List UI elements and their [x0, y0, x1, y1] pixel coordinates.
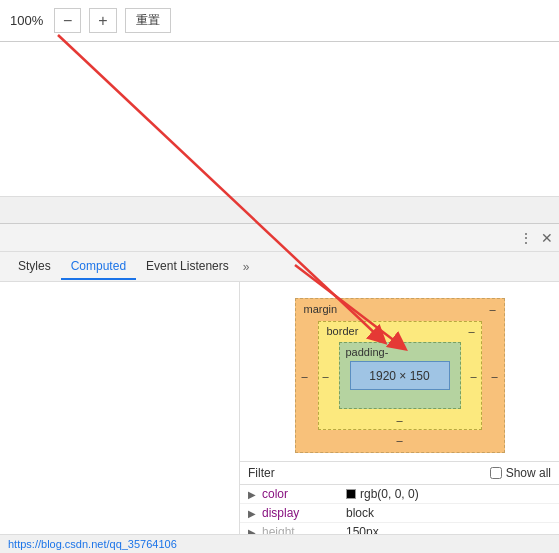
- box-model-padding: padding- 1920 × 150: [339, 342, 461, 409]
- margin-bottom-value: –: [396, 434, 402, 446]
- devtools-left-panel: [0, 282, 240, 553]
- prop-name-display: display: [262, 506, 342, 520]
- expand-color-icon[interactable]: ▶: [248, 489, 258, 500]
- show-all-row: Show all: [490, 466, 551, 480]
- box-model-border: border – – – – padding- 1920 × 150: [318, 321, 482, 430]
- close-icon[interactable]: ✕: [541, 230, 553, 246]
- tab-event-listeners[interactable]: Event Listeners: [136, 254, 239, 280]
- prop-value-color: rgb(0, 0, 0): [346, 487, 419, 501]
- padding-label: padding-: [346, 346, 389, 358]
- prop-value-display: block: [346, 506, 374, 520]
- devtools-right-panel: margin – – – – border – – – –: [240, 282, 559, 553]
- box-model-content: 1920 × 150: [350, 361, 450, 390]
- prop-name-color: color: [262, 487, 342, 501]
- tabs-row: Styles Computed Event Listeners »: [0, 252, 559, 282]
- reset-button[interactable]: 重置: [125, 8, 171, 33]
- filter-label: Filter: [248, 466, 275, 480]
- box-model-container: margin – – – – border – – – –: [240, 282, 559, 461]
- zoom-level: 100%: [10, 13, 46, 28]
- border-right-value: –: [470, 370, 476, 382]
- color-swatch: [346, 489, 356, 499]
- tab-styles[interactable]: Styles: [8, 254, 61, 280]
- more-options-icon[interactable]: ⋮: [519, 230, 533, 246]
- border-top-value: –: [468, 325, 474, 337]
- top-toolbar: 100% − + 重置: [0, 0, 559, 42]
- prop-row-color: ▶ color rgb(0, 0, 0): [240, 485, 559, 504]
- filter-row: Filter Show all: [240, 461, 559, 485]
- url-text: https://blog.csdn.net/qq_35764106: [8, 538, 177, 550]
- border-left-value: –: [323, 370, 329, 382]
- devtools-header: ⋮ ✕: [0, 224, 559, 252]
- prop-row-display: ▶ display block: [240, 504, 559, 523]
- margin-right-value: –: [491, 370, 497, 382]
- margin-top-value: –: [489, 303, 495, 315]
- tab-more-icon[interactable]: »: [239, 255, 254, 279]
- border-bottom-value: –: [396, 414, 402, 426]
- margin-left-value: –: [302, 370, 308, 382]
- box-model-margin: margin – – – – border – – – –: [295, 298, 505, 453]
- box-model: margin – – – – border – – – –: [295, 298, 505, 453]
- expand-display-icon[interactable]: ▶: [248, 508, 258, 519]
- main-content: [0, 42, 559, 197]
- zoom-out-button[interactable]: −: [54, 8, 81, 33]
- devtools-body: margin – – – – border – – – –: [0, 282, 559, 553]
- url-bar: https://blog.csdn.net/qq_35764106: [0, 534, 559, 553]
- show-all-label: Show all: [506, 466, 551, 480]
- zoom-in-button[interactable]: +: [89, 8, 116, 33]
- margin-label: margin: [304, 303, 338, 315]
- tab-computed[interactable]: Computed: [61, 254, 136, 280]
- border-label: border: [327, 325, 359, 337]
- content-dimensions: 1920 × 150: [369, 369, 429, 383]
- devtools-panel: ⋮ ✕ Styles Computed Event Listeners » ma…: [0, 223, 559, 553]
- show-all-checkbox[interactable]: [490, 467, 502, 479]
